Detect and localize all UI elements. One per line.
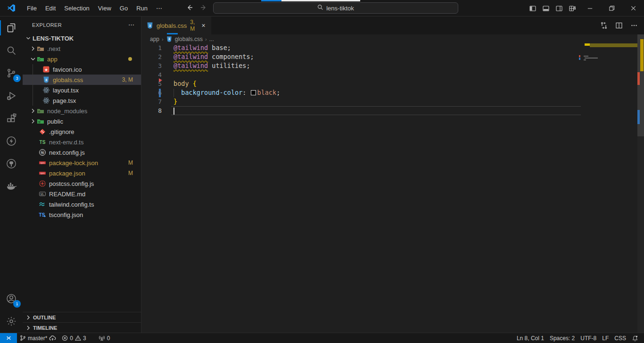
chevron-down-icon (29, 55, 37, 63)
activitybar-settings[interactable] (0, 310, 23, 333)
explorer-item-next-env-d-ts[interactable]: TSnext-env.d.ts (23, 137, 141, 147)
explorer-item-globals-css[interactable]: 3globals.css3, M (23, 75, 141, 85)
overview-mark-git-deleted (637, 72, 640, 85)
run-and-debug-icon (6, 90, 17, 101)
toggle-secondary-sidebar-button[interactable] (553, 0, 566, 17)
menu-file[interactable]: File (23, 0, 41, 17)
activitybar-source-control[interactable]: 3 (0, 62, 23, 84)
line-number: 4 (141, 70, 162, 79)
explorer-item-tailwind-config-ts[interactable]: tailwind.config.ts (23, 199, 141, 209)
tab-globals-css[interactable]: 3 globals.css 3, M × (141, 17, 211, 34)
indentation-text: Spaces: 2 (550, 335, 575, 342)
code-editor[interactable]: 1@tailwind base;2@tailwind components;3@… (141, 43, 581, 115)
explorer-item-package-json[interactable]: npmpackage.jsonM (23, 168, 141, 178)
statusbar-eol[interactable]: LF (599, 333, 611, 343)
line-number: 6 (141, 88, 162, 97)
command-center-search[interactable]: lens-tiktok (213, 2, 458, 14)
split-editor-button[interactable] (613, 19, 625, 32)
explorer-item-page-tsx[interactable]: page.tsx (23, 95, 141, 106)
file-label: page.tsx (53, 97, 76, 104)
github-icon (6, 158, 17, 169)
breadcrumb-item-app[interactable]: app (150, 36, 159, 42)
svg-text:npm: npm (40, 172, 45, 175)
explorer-item-layout-tsx[interactable]: layout.tsx (23, 85, 141, 95)
open-changes-button[interactable] (598, 19, 610, 32)
outline-section-header[interactable]: OUTLINE (23, 312, 141, 322)
statusbar-problems[interactable]: 03 (59, 333, 89, 343)
explorer-item-readme-md[interactable]: M↓README.md (23, 189, 141, 199)
menu-run[interactable]: Run (132, 0, 152, 17)
statusbar-encoding[interactable]: UTF-8 (578, 333, 599, 343)
file-label: favicon.ico (53, 66, 82, 73)
activitybar-explorer[interactable] (0, 17, 23, 39)
menu-go[interactable]: Go (116, 0, 132, 17)
file-label: public (47, 118, 63, 125)
search-text: lens-tiktok (326, 5, 354, 12)
window-close-button[interactable] (622, 0, 644, 17)
nav-back-button[interactable] (186, 4, 193, 13)
statusbar-language-mode[interactable]: CSS (611, 333, 629, 343)
thunder-client-icon (6, 135, 17, 147)
statusbar-cursor-position[interactable]: Ln 8, Col 1 (514, 333, 547, 343)
statusbar-forwarded-ports[interactable]: 0 (96, 333, 113, 343)
activitybar-search[interactable] (0, 39, 23, 62)
git-status-badge: 3, M (122, 76, 141, 83)
explorer-item-tsconfig-json[interactable]: TStsconfig.json (23, 209, 141, 220)
line-text: @tailwind base; (162, 43, 231, 52)
color-swatch-black[interactable] (251, 90, 256, 95)
code-line-3: 3@tailwind utilities; (141, 61, 581, 70)
explorer-item-favicon-ico[interactable]: ★favicon.ico (23, 64, 141, 75)
menu-view[interactable]: View (94, 0, 116, 17)
explorer-item-postcss-config-js[interactable]: postcss.config.js (23, 178, 141, 189)
explorer-item-next-config-js[interactable]: Nnext.config.js (23, 147, 141, 158)
breadcrumb-item-globals-css[interactable]: globals.css (175, 36, 203, 42)
more-actions-button[interactable] (628, 19, 640, 32)
activitybar-extensions[interactable] (0, 107, 23, 130)
line-number: 5 (141, 79, 162, 88)
statusbar-branch-status[interactable]: master* (17, 333, 59, 343)
window-minimize-button[interactable] (579, 0, 601, 17)
code-line-5: 5body { (141, 79, 581, 88)
remote-indicator[interactable] (0, 333, 17, 343)
activitybar-run-and-debug[interactable] (0, 84, 23, 107)
activitybar-github[interactable] (0, 152, 23, 175)
menu-[interactable]: ⋯ (152, 0, 166, 17)
breadcrumb: app›3globals.css›... (141, 34, 644, 43)
code-line-6: 6 background-color: black; (141, 88, 581, 97)
explorer-item-app[interactable]: app (23, 54, 141, 64)
customize-layout-button[interactable] (566, 0, 579, 17)
line-text (162, 70, 173, 79)
file-icon-tailwind (39, 201, 46, 208)
menu-selection[interactable]: Selection (60, 0, 93, 17)
nav-forward-button[interactable] (200, 4, 207, 13)
activitybar-thunder-client[interactable] (0, 130, 23, 152)
explorer-item-package-lock-json[interactable]: npmpackage-lock.jsonM (23, 158, 141, 168)
tab-close-button[interactable]: × (199, 21, 207, 30)
explorer-root-folder[interactable]: LENS-TIKTOK (23, 33, 141, 43)
code-line-2: 2@tailwind components; (141, 52, 581, 61)
minimap-warning-bar (590, 43, 637, 47)
activitybar-accounts[interactable]: 1 (0, 287, 23, 310)
toggle-primary-sidebar-button[interactable] (526, 0, 539, 17)
statusbar-notifications[interactable] (629, 333, 641, 343)
timeline-section-header[interactable]: TIMELINE (23, 322, 141, 333)
menu-edit[interactable]: Edit (41, 0, 60, 17)
explorer-item-gitignore[interactable]: .gitignore (23, 126, 141, 137)
file-icon-npm: npm (39, 159, 46, 167)
toggle-panel-button[interactable] (539, 0, 553, 17)
outline-section-label: OUTLINE (33, 315, 56, 320)
file-label: README.md (49, 191, 85, 198)
explorer-item-next[interactable]: .next (23, 43, 141, 54)
tab-problems-modified-badge: 3, M (190, 19, 199, 32)
explorer-item-node-modules[interactable]: node_modules (23, 106, 141, 116)
breadcrumb-item-[interactable]: ... (209, 36, 214, 42)
minimap[interactable] (578, 34, 637, 129)
activitybar-docker[interactable] (0, 175, 23, 198)
window-restore-button[interactable] (601, 0, 622, 17)
minimap-warning-block (585, 43, 590, 46)
explorer-item-public[interactable]: public (23, 116, 141, 126)
statusbar-indentation[interactable]: Spaces: 2 (547, 333, 578, 343)
explorer-more-actions-button[interactable]: ⋯ (125, 20, 137, 29)
radio-tower-icon (99, 335, 105, 342)
status-bar: master*030 Ln 8, Col 1Spaces: 2UTF-8LFCS… (0, 333, 644, 343)
